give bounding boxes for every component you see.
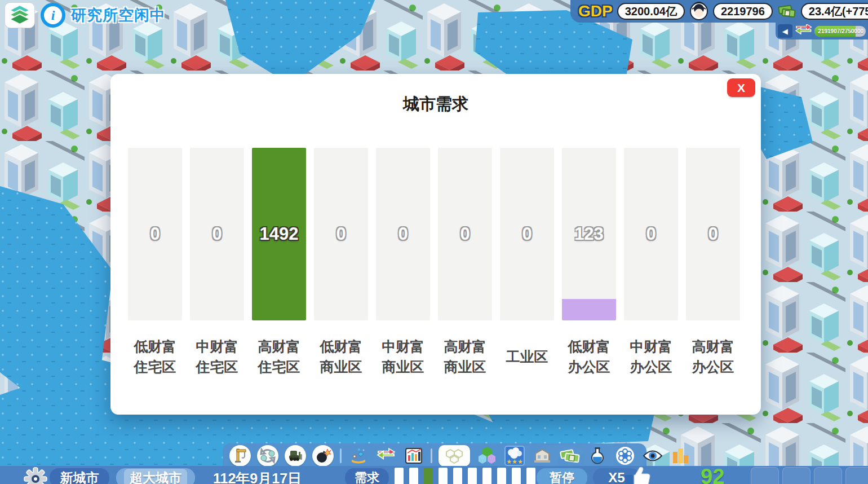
money-icon[interactable]: [559, 445, 581, 467]
demand-label: 需求: [355, 469, 379, 484]
demand-category-label: 高财富住宅区: [258, 336, 300, 377]
svg-text:★★★: ★★★: [506, 458, 523, 465]
demand-value: 0: [438, 148, 492, 320]
demand-category-label: 中财富办公区: [630, 336, 672, 377]
money-value[interactable]: 23.4亿(+775.4万/月): [801, 3, 868, 20]
mini-demand-bar: [482, 468, 491, 484]
swap-arrows-icon[interactable]: [795, 24, 812, 38]
demand-chart: 0低财富住宅区0中财富住宅区1492高财富住宅区0低财富商业区0中财富商业区0高…: [128, 148, 740, 377]
demand-bar-中财富商业区: 0中财富商业区: [376, 148, 430, 377]
demand-category-label: 低财富商业区: [320, 336, 362, 377]
hidden-build-tile: [782, 467, 811, 484]
population-milestone-progress: 2191907/2750000: [814, 26, 866, 37]
services-icon[interactable]: [614, 445, 636, 467]
demand-category-label: 低财富住宅区: [134, 336, 176, 377]
mini-demand-bar: [497, 468, 506, 484]
demand-value: 0: [190, 148, 244, 320]
mini-demand-bar: [424, 468, 433, 484]
thumbs-up-icon[interactable]: [624, 467, 656, 484]
mini-demand-bar: [409, 468, 418, 484]
city-rating-value[interactable]: 92: [701, 465, 724, 484]
region-stars-icon[interactable]: ★★★: [504, 445, 525, 467]
demand-value: 0: [624, 148, 678, 320]
buildings-chart-icon[interactable]: [670, 445, 691, 467]
cash-icon: [777, 2, 796, 21]
milestone-progress-text: 2191907/2750000: [814, 26, 866, 37]
pause-label: 暂停: [550, 469, 574, 484]
demand-bar-中财富办公区: 0中财富办公区: [624, 148, 678, 377]
demand-button[interactable]: 需求: [345, 468, 389, 484]
demand-value: 0: [128, 148, 182, 320]
factory-icon[interactable]: [532, 445, 553, 467]
mega-city-label: 超大城市: [124, 469, 187, 484]
demand-category-label: 低财富办公区: [568, 336, 610, 377]
milestone-bar: ◀ 2191907/2750000: [776, 23, 868, 39]
research-banner[interactable]: i 研究所空闲中: [5, 2, 166, 28]
citizen-icon: [689, 2, 708, 21]
layers-icon: [7, 4, 32, 27]
info-icon: i: [41, 3, 65, 28]
districts-hex-icon[interactable]: [476, 445, 498, 467]
hidden-build-tile: [751, 467, 779, 484]
demand-bar-低财富商业区: 0低财富商业区: [314, 148, 368, 377]
gear-icon[interactable]: [24, 467, 47, 484]
demand-value: 0: [500, 148, 554, 320]
game-screen: i 研究所空闲中 GDP 3200.04亿 2219796 23.4亿(+775…: [0, 0, 868, 484]
bulldozer-icon[interactable]: [285, 445, 306, 467]
close-icon: X: [737, 81, 745, 95]
bomb-icon[interactable]: [312, 445, 334, 467]
modal-title: 城市需求: [110, 93, 761, 116]
gdp-value[interactable]: 3200.04亿: [617, 3, 685, 20]
demand-category-label: 高财富办公区: [692, 336, 734, 377]
demand-category-label: 中财富住宅区: [196, 336, 238, 377]
new-city-button[interactable]: 新城市: [50, 468, 109, 484]
collapse-button[interactable]: ◀: [778, 24, 792, 38]
demand-bar-低财富办公区: 123低财富办公区: [562, 148, 616, 377]
mini-demand-bar: [468, 468, 477, 484]
mini-demand-bar: [526, 468, 535, 484]
mega-city-button[interactable]: 超大城市: [116, 468, 195, 484]
crane-icon[interactable]: [229, 445, 251, 467]
demand-value: 0: [686, 148, 740, 320]
mini-demand-bar: [439, 468, 448, 484]
demand-bar-中财富住宅区: 0中财富住宅区: [190, 148, 244, 377]
new-city-label: 新城市: [60, 469, 99, 484]
speed-label: X5: [608, 470, 625, 484]
demand-value: 123: [562, 148, 616, 320]
demand-category-label: 工业区: [506, 336, 548, 377]
top-hud-bar: GDP 3200.04亿 2219796 23.4亿(+775.4万/月): [570, 0, 868, 23]
close-button[interactable]: X: [727, 78, 755, 97]
swap-arrows-icon[interactable]: [375, 445, 397, 467]
collapse-arrow-icon: ◀: [782, 27, 788, 36]
hidden-build-tile: [845, 467, 868, 484]
statistics-icon[interactable]: [403, 445, 424, 467]
research-flask-icon[interactable]: [587, 445, 608, 467]
layers-button[interactable]: [5, 2, 35, 28]
demand-bar-高财富商业区: 0高财富商业区: [438, 148, 492, 377]
research-status-text: 研究所空闲中: [71, 5, 166, 25]
population-value[interactable]: 2219796: [713, 3, 773, 20]
gdp-label: GDP: [578, 2, 613, 20]
toolbar-divider: [431, 448, 432, 463]
pause-button[interactable]: 暂停: [537, 468, 587, 484]
mini-demand-bar: [453, 468, 462, 484]
demand-bar-高财富办公区: 0高财富办公区: [686, 148, 740, 377]
bottom-bar: 新城市 超大城市 112年9月17日 需求 暂停 X5 92: [0, 466, 868, 484]
demand-bar-工业区: 0工业区: [500, 148, 554, 377]
demand-value: 0: [314, 148, 368, 320]
demand-value: 0: [376, 148, 430, 320]
zones-icon[interactable]: [439, 445, 470, 467]
mini-demand-bar: [512, 468, 521, 484]
recycle-icon[interactable]: [257, 445, 278, 467]
mini-demand-bar: [395, 468, 404, 484]
city-demand-modal: 城市需求 X 0低财富住宅区0中财富住宅区1492高财富住宅区0低财富商业区0中…: [110, 74, 761, 415]
demand-bar-低财富住宅区: 0低财富住宅区: [128, 148, 182, 377]
toolbar-divider: [340, 448, 342, 463]
hidden-build-palette: [751, 467, 868, 484]
overlay-eye-icon[interactable]: [642, 445, 663, 467]
trade-hand-icon[interactable]: [348, 445, 369, 467]
game-date: 112年9月17日: [213, 469, 302, 484]
demand-bar-高财富住宅区: 1492高财富住宅区: [252, 148, 306, 377]
demand-value: 1492: [252, 148, 306, 320]
demand-mini-chart[interactable]: [395, 468, 535, 484]
